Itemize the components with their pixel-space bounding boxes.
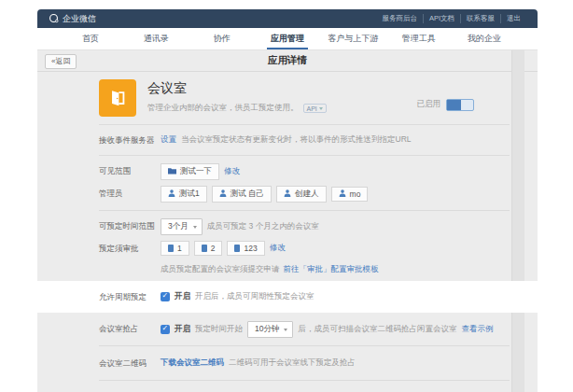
room-seize-pre-text: 预定时间开始 xyxy=(195,324,243,335)
periodic-booking-row: 允许周期预定 开启 开启后，成员可周期性预定会议室 xyxy=(0,281,573,313)
admin-member-tag[interactable]: 测试 自己 xyxy=(212,186,272,203)
meeting-room-app-icon xyxy=(99,79,136,117)
api-tag[interactable]: API xyxy=(303,104,327,113)
back-button[interactable]: «返回 xyxy=(45,54,77,69)
visible-range-row: 可见范围 测试一下 修改 xyxy=(37,156,538,183)
create-permission-row: 会议室创建权限 允许成员创建 xyxy=(37,381,538,392)
admin-console-window: 企业微信 服务商后台 API文档 联系客服 退出 首页 通讯录 协作 应用管理 … xyxy=(37,9,538,392)
page-content: «返回 应用详情 会议室 管理企业内部的会议室，供员工预定使用。 API xyxy=(37,50,538,392)
admins-row: 管理员 测试1 测试 自己 创建人 mo xyxy=(37,183,538,210)
event-server-row: 接收事件服务器 设置 当会议室预定状态有更新变化时，将以事件的形式推送到指定UR… xyxy=(37,125,538,155)
approval-room-tag[interactable]: 1 xyxy=(161,241,189,256)
approval-label: 预定须审批 xyxy=(99,241,161,255)
periodic-booking-toggle-label: 开启 xyxy=(175,291,190,302)
room-seize-row: 会议室抢占 开启 预定时间开始 10分钟 后，成员可扫描会议室二维码抢占闲置会议… xyxy=(37,313,538,345)
event-server-label: 接收事件服务器 xyxy=(99,133,161,147)
topbar-link-provider-console[interactable]: 服务商后台 xyxy=(376,14,423,23)
app-status: 已启用 xyxy=(417,92,475,117)
admins-label: 管理员 xyxy=(99,186,161,200)
nav-tab-my-company[interactable]: 我的企业 xyxy=(457,28,511,49)
nav-tab-app-management[interactable]: 应用管理 xyxy=(260,28,314,49)
visible-range-modify-link[interactable]: 修改 xyxy=(224,166,240,177)
wecom-logo-icon xyxy=(49,13,59,25)
app-info: 会议室 管理企业内部的会议室，供员工预定使用。 API xyxy=(147,79,417,117)
visible-range-label: 可见范围 xyxy=(99,163,161,177)
nav-tab-customers[interactable]: 客户与上下游 xyxy=(326,28,380,49)
door-icon xyxy=(234,245,240,252)
room-seize-label: 会议室抢占 xyxy=(99,321,161,335)
nav-tab-admin-tools[interactable]: 管理工具 xyxy=(392,28,446,49)
topbar-links: 服务商后台 API文档 联系客服 退出 xyxy=(376,14,526,23)
topbar-link-contact-support[interactable]: 联系客服 xyxy=(460,14,500,23)
admin-member-tag[interactable]: mo xyxy=(331,187,369,202)
brand[interactable]: 企业微信 xyxy=(49,13,96,25)
room-seize-example-link[interactable]: 查看示例 xyxy=(461,324,493,335)
bookable-range-row: 可预定时间范围 3个月 成员可预定 3 个月之内的会议室 xyxy=(37,211,538,237)
event-server-settings-link[interactable]: 设置 xyxy=(161,134,176,146)
qrcode-label: 会议室二维码 xyxy=(99,356,161,370)
person-icon xyxy=(168,189,175,199)
visible-range-department-tag[interactable]: 测试一下 xyxy=(161,163,219,180)
brand-label: 企业微信 xyxy=(63,13,96,25)
scrollbar[interactable] xyxy=(511,50,524,392)
approval-room-tag[interactable]: 2 xyxy=(194,241,223,256)
door-icon xyxy=(202,245,207,252)
bookable-range-desc: 成员可预定 3 个月之内的会议室 xyxy=(207,221,319,232)
qrcode-download-link[interactable]: 下载会议室二维码 xyxy=(161,357,224,369)
admin-member-tag[interactable]: 创建人 xyxy=(276,186,327,203)
app-summary-section: 会议室 管理企业内部的会议室，供员工预定使用。 API 已启用 xyxy=(37,72,538,124)
periodic-booking-desc: 开启后，成员可周期性预定会议室 xyxy=(195,291,314,302)
room-seize-toggle-label: 开启 xyxy=(175,324,190,335)
caret-down-icon xyxy=(193,226,197,229)
approval-modify-link[interactable]: 修改 xyxy=(270,243,286,254)
bookable-range-label: 可预定时间范围 xyxy=(99,218,161,232)
approval-template-link[interactable]: 前往「审批」配置审批模板 xyxy=(284,264,379,275)
periodic-booking-label: 允许周期预定 xyxy=(99,289,161,303)
bookable-range-select[interactable]: 3个月 xyxy=(161,218,203,235)
main-nav: 首页 通讯录 协作 应用管理 客户与上下游 管理工具 我的企业 xyxy=(37,28,538,50)
approval-row: 预定须审批 1 2 123 修改 成员预定配置的会议室须提交申请 前往「审批」 xyxy=(37,237,538,277)
periodic-booking-checkbox[interactable] xyxy=(161,292,170,301)
caret-down-icon xyxy=(284,329,287,331)
page-header: «返回 应用详情 xyxy=(37,50,538,72)
nav-tab-contacts[interactable]: 通讯录 xyxy=(129,28,183,49)
person-icon xyxy=(219,189,227,199)
qrcode-row: 会议室二维码 下载会议室二维码 二维码可用于会议室线下预定及抢占 xyxy=(37,346,538,380)
approval-note: 成员预定配置的会议室须提交申请 xyxy=(161,264,280,275)
approval-room-tag[interactable]: 123 xyxy=(227,241,264,256)
toggle-knob xyxy=(447,100,461,110)
person-icon xyxy=(339,189,346,199)
topbar: 企业微信 服务商后台 API文档 联系客服 退出 xyxy=(37,9,538,28)
nav-tab-collaboration[interactable]: 协作 xyxy=(195,28,249,49)
door-icon xyxy=(168,245,174,252)
qrcode-desc: 二维码可用于会议室线下预定及抢占 xyxy=(229,357,356,369)
person-icon xyxy=(284,189,291,199)
room-seize-post-text: 后，成员可扫描会议室二维码抢占闲置会议室 xyxy=(298,324,456,335)
topbar-link-api-docs[interactable]: API文档 xyxy=(423,14,460,23)
event-server-desc: 当会议室预定状态有更新变化时，将以事件的形式推送到指定URL xyxy=(181,134,412,146)
admin-member-tag[interactable]: 测试1 xyxy=(161,186,207,203)
enabled-status-label: 已启用 xyxy=(417,99,441,110)
room-seize-checkbox[interactable] xyxy=(161,325,170,334)
app-description: 管理企业内部的会议室，供员工预定使用。 xyxy=(147,103,299,114)
app-name: 会议室 xyxy=(147,80,417,97)
folder-icon xyxy=(168,167,176,176)
topbar-link-logout[interactable]: 退出 xyxy=(500,14,526,23)
room-seize-delay-select[interactable]: 10分钟 xyxy=(247,321,293,338)
page-title: 应用详情 xyxy=(268,54,307,67)
caret-down-icon xyxy=(319,107,323,110)
nav-tab-home[interactable]: 首页 xyxy=(63,28,118,49)
enabled-toggle[interactable] xyxy=(446,99,474,111)
